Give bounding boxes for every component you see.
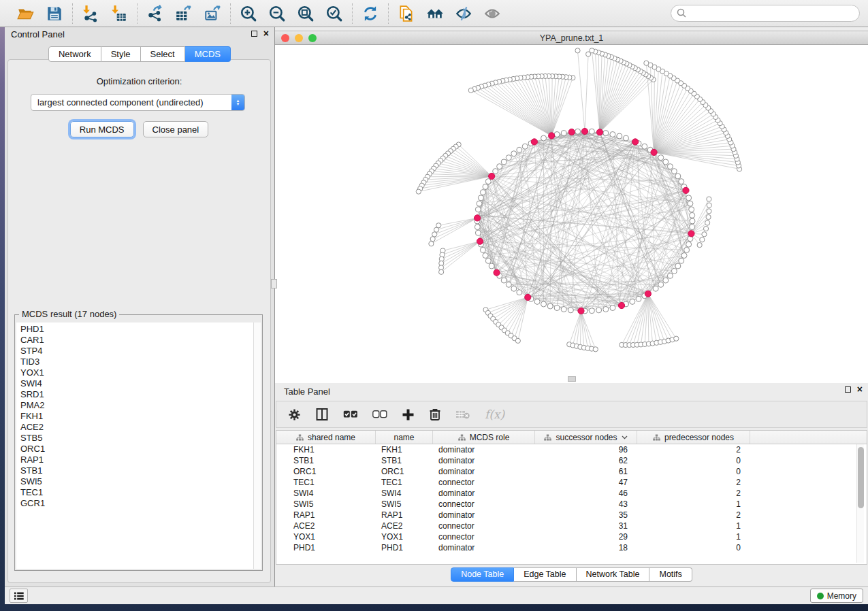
column-header-successor-nodes[interactable]: successor nodes bbox=[535, 431, 637, 444]
table-scrollbar-thumb[interactable] bbox=[858, 447, 864, 508]
table-cell: 61 bbox=[535, 466, 637, 477]
delete-table-icon[interactable] bbox=[455, 410, 470, 419]
network-canvas[interactable] bbox=[275, 45, 868, 383]
table-cell bbox=[750, 488, 867, 499]
add-column-icon[interactable] bbox=[402, 408, 415, 421]
tab-network[interactable]: Network bbox=[48, 46, 101, 62]
table-row[interactable]: FKH1FKH1dominator962 bbox=[276, 444, 867, 455]
mcds-result-item[interactable]: STB5 bbox=[20, 433, 261, 444]
export-network-icon bbox=[146, 5, 164, 22]
tab-mcds[interactable]: MCDS bbox=[185, 46, 231, 62]
minimize-window-icon[interactable] bbox=[295, 34, 303, 42]
mcds-result-item[interactable]: ACE2 bbox=[20, 422, 261, 433]
table-row[interactable]: ACE2ACE2connector311 bbox=[276, 521, 867, 531]
task-history-button[interactable] bbox=[10, 589, 28, 603]
close-table-panel-icon[interactable]: × bbox=[857, 386, 863, 393]
run-mcds-button[interactable]: Run MCDS bbox=[70, 121, 134, 137]
column-header-MCDS-role[interactable]: MCDS role bbox=[433, 431, 535, 444]
clone-network-icon bbox=[398, 5, 415, 22]
mcds-result-item[interactable]: GCR1 bbox=[20, 498, 261, 509]
mcds-result-item[interactable]: STP4 bbox=[20, 346, 261, 357]
node-table[interactable]: shared namenameMCDS rolesuccessor nodesp… bbox=[276, 430, 867, 565]
mcds-result-list[interactable]: PHD1CAR1STP4TID3YOX1SWI4SRD1PMA2FKH1ACE2… bbox=[16, 323, 261, 569]
network-graph[interactable] bbox=[275, 45, 867, 383]
memory-button[interactable]: Memory bbox=[810, 589, 863, 603]
zoom-in-button[interactable] bbox=[239, 4, 258, 23]
zoom-out-button[interactable] bbox=[268, 4, 287, 23]
first-neighbors-button[interactable] bbox=[425, 4, 445, 23]
mcds-result-item[interactable]: FKH1 bbox=[20, 411, 261, 422]
horizontal-splitter-grip[interactable] bbox=[568, 376, 576, 382]
close-panel-button[interactable]: Close panel bbox=[143, 121, 209, 137]
maximize-window-icon[interactable] bbox=[308, 34, 317, 42]
mcds-result-item[interactable]: PHD1 bbox=[20, 324, 261, 335]
open-file-button[interactable] bbox=[16, 4, 35, 23]
export-network-button[interactable] bbox=[146, 4, 165, 23]
table-row[interactable]: SWI5SWI5connector431 bbox=[276, 499, 867, 510]
close-window-icon[interactable] bbox=[281, 34, 289, 42]
zoom-fit-button[interactable] bbox=[296, 4, 315, 23]
table-row[interactable]: PHD1PHD1dominator180 bbox=[276, 542, 867, 553]
tab-edge-table[interactable]: Edge Table bbox=[514, 567, 576, 582]
function-builder-icon[interactable]: f(x) bbox=[485, 408, 504, 421]
table-row[interactable]: ORC1ORC1dominator610 bbox=[276, 466, 867, 477]
table-cell: 29 bbox=[535, 531, 637, 542]
mcds-result-item[interactable]: TID3 bbox=[20, 357, 261, 367]
mcds-result-item[interactable]: RAP1 bbox=[20, 455, 261, 465]
tab-node-table[interactable]: Node Table bbox=[451, 567, 514, 582]
mcds-result-item[interactable]: TEC1 bbox=[20, 487, 261, 498]
table-cell: connector bbox=[433, 531, 535, 542]
mcds-result-item[interactable]: PMA2 bbox=[20, 400, 261, 411]
tab-motifs[interactable]: Motifs bbox=[649, 567, 692, 582]
table-cell: 2 bbox=[637, 510, 750, 521]
tab-select[interactable]: Select bbox=[141, 46, 185, 62]
table-row[interactable]: YOX1YOX1connector291 bbox=[276, 531, 867, 542]
mcds-result-item[interactable]: SRD1 bbox=[20, 389, 261, 400]
table-cell: TEC1 bbox=[276, 477, 376, 488]
table-scrollbar[interactable] bbox=[856, 444, 864, 563]
import-network-button[interactable] bbox=[81, 4, 100, 23]
mcds-result-scrollbar[interactable] bbox=[253, 323, 261, 569]
hide-graphics-button[interactable] bbox=[454, 4, 473, 23]
tab-network-table[interactable]: Network Table bbox=[577, 567, 650, 582]
search-container bbox=[671, 5, 860, 22]
show-columns-icon[interactable] bbox=[315, 408, 329, 421]
float-panel-icon[interactable] bbox=[251, 31, 257, 37]
table-row[interactable]: RAP1RAP1dominator352 bbox=[276, 510, 867, 521]
mcds-result-item[interactable]: SWI5 bbox=[20, 476, 261, 487]
deselect-all-icon[interactable] bbox=[372, 410, 387, 418]
criterion-select[interactable]: largest connected component (undirected)… bbox=[31, 94, 245, 111]
mcds-result-item[interactable]: CAR1 bbox=[20, 335, 261, 346]
table-row[interactable]: STB1STB1dominator620 bbox=[276, 455, 867, 466]
column-header-predecessor-nodes[interactable]: predecessor nodes bbox=[637, 431, 750, 444]
mcds-result-item[interactable]: SWI4 bbox=[20, 378, 261, 389]
search-input[interactable] bbox=[671, 5, 860, 22]
table-toolbar: f(x) bbox=[276, 401, 867, 428]
close-panel-icon[interactable]: × bbox=[263, 30, 269, 37]
column-header-name[interactable]: name bbox=[376, 431, 433, 444]
column-header-shared-name[interactable]: shared name bbox=[276, 431, 376, 444]
table-row[interactable]: SWI4SWI4dominator462 bbox=[276, 488, 867, 499]
table-cell: dominator bbox=[433, 488, 535, 499]
export-image-button[interactable] bbox=[203, 4, 222, 23]
select-all-icon[interactable] bbox=[343, 410, 358, 418]
clone-network-button[interactable] bbox=[397, 4, 416, 23]
table-row[interactable]: TEC1TEC1connector472 bbox=[276, 477, 867, 488]
float-table-panel-icon[interactable] bbox=[845, 386, 851, 393]
table-cell: 1 bbox=[637, 531, 750, 542]
import-table-button[interactable] bbox=[110, 4, 129, 23]
control-panel-tabs: NetworkStyleSelectMCDS bbox=[5, 46, 274, 62]
export-table-button[interactable] bbox=[174, 4, 193, 23]
mcds-result-item[interactable]: STB1 bbox=[20, 465, 261, 476]
vertical-splitter-grip[interactable] bbox=[271, 279, 277, 288]
show-graphics-button[interactable] bbox=[483, 4, 502, 23]
network-titlebar[interactable]: YPA_prune.txt_1 bbox=[275, 31, 868, 45]
table-options-gear-icon[interactable] bbox=[288, 408, 301, 421]
mcds-result-item[interactable]: ORC1 bbox=[20, 444, 261, 455]
save-button[interactable] bbox=[45, 4, 64, 23]
refresh-button[interactable] bbox=[361, 4, 380, 23]
tab-style[interactable]: Style bbox=[101, 46, 141, 62]
zoom-selected-button[interactable] bbox=[325, 4, 344, 23]
delete-column-icon[interactable] bbox=[429, 408, 441, 421]
mcds-result-item[interactable]: YOX1 bbox=[20, 367, 261, 378]
